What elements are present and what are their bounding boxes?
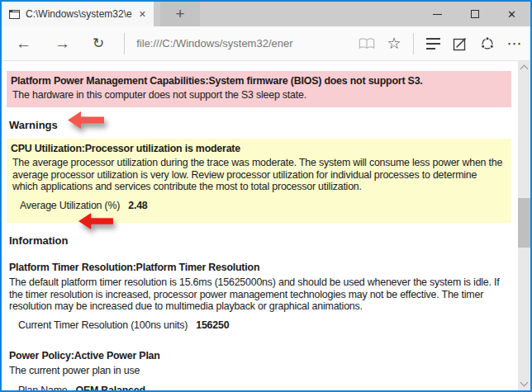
share-icon	[479, 35, 496, 52]
information-annotation-arrow-icon	[78, 213, 113, 229]
forward-icon: →	[55, 35, 70, 52]
toolbar-right-group: ☆ ⋯	[359, 33, 523, 54]
new-tab-button[interactable]: +	[160, 2, 200, 26]
page-icon	[9, 10, 20, 19]
section-description: The current power plan in use	[9, 365, 506, 376]
book-icon	[359, 37, 375, 50]
error-title: Platform Power Management Capabilities:S…	[11, 75, 505, 87]
section-title: Platform Timer Resolution:Platform Timer…	[9, 262, 511, 273]
maximize-button[interactable]	[456, 2, 493, 26]
web-note-button[interactable]	[452, 35, 468, 52]
section-description: The default platform timer resolution is…	[9, 276, 506, 312]
browser-window: C:\Windows\system32\e ✕ + ✕ ← → ↻ file:/…	[0, 0, 532, 392]
field-value: 156250	[196, 319, 229, 331]
share-button[interactable]	[479, 35, 496, 52]
warning-field: Average Utilization (%)2.48	[11, 200, 505, 211]
hub-button[interactable]	[425, 35, 441, 52]
information-heading: Information	[9, 234, 511, 247]
browser-tab[interactable]: C:\Windows\system32\e ✕	[2, 2, 154, 26]
error-box: Platform Power Management Capabilities:S…	[7, 71, 511, 107]
back-button[interactable]: ←	[12, 34, 35, 53]
star-icon: ☆	[387, 35, 401, 51]
scroll-up-icon[interactable]	[520, 65, 529, 73]
refresh-button[interactable]: ↻	[89, 35, 107, 52]
scroll-down-icon[interactable]	[520, 379, 529, 387]
warning-box: CPU Utilization:Processor utilization is…	[7, 139, 511, 223]
close-icon: ✕	[507, 9, 516, 20]
field-label: Average Utilization (%)	[20, 200, 120, 211]
minimize-button[interactable]	[419, 2, 456, 26]
titlebar-drag-area	[200, 2, 419, 26]
plus-icon: +	[175, 5, 184, 23]
maximize-icon	[471, 10, 479, 18]
more-icon: ⋯	[507, 36, 523, 51]
page-content: Platform Power Management Capabilities:S…	[2, 61, 530, 390]
vertical-scrollbar[interactable]	[518, 61, 530, 390]
add-favorite-button[interactable]: ☆	[386, 35, 402, 52]
browser-toolbar: ← → ↻ file:///C:/Windows/system32/ener ☆	[2, 26, 530, 61]
titlebar: C:\Windows\system32\e ✕ + ✕	[2, 2, 530, 26]
section-field: Current Timer Resolution (100ns units)15…	[7, 319, 511, 331]
field-label: Plan Name	[18, 385, 68, 390]
toolbar-separator	[124, 33, 125, 54]
warnings-annotation-arrow-icon	[68, 111, 104, 129]
tab-close-icon[interactable]: ✕	[136, 7, 149, 21]
field-label: Current Timer Resolution (100ns units)	[18, 319, 188, 331]
warning-description: The average processor utilization during…	[11, 157, 505, 192]
address-bar[interactable]: file:///C:/Windows/system32/ener	[136, 37, 292, 50]
hub-icon	[426, 38, 440, 50]
section-title: Power Policy:Active Power Plan	[9, 350, 511, 361]
reading-view-button[interactable]	[359, 35, 375, 52]
section-field: Plan NameOEM Balanced	[7, 385, 511, 390]
minimize-icon	[433, 14, 442, 15]
warning-title: CPU Utilization:Processor utilization is…	[11, 143, 505, 154]
scrollbar-thumb[interactable]	[518, 198, 530, 248]
forward-button[interactable]: →	[51, 34, 74, 53]
web-note-icon	[453, 36, 468, 51]
field-value: OEM Balanced	[76, 385, 145, 390]
back-icon: ←	[16, 35, 31, 52]
more-button[interactable]: ⋯	[506, 35, 523, 52]
toolbar-separator	[413, 33, 414, 54]
error-description: The hardware in this computer does not s…	[11, 89, 505, 101]
tab-title: C:\Windows\system32\e	[26, 8, 133, 20]
field-value: 2.48	[128, 200, 147, 211]
close-button[interactable]: ✕	[493, 2, 530, 26]
window-controls: ✕	[419, 2, 530, 26]
refresh-icon: ↻	[93, 35, 104, 51]
